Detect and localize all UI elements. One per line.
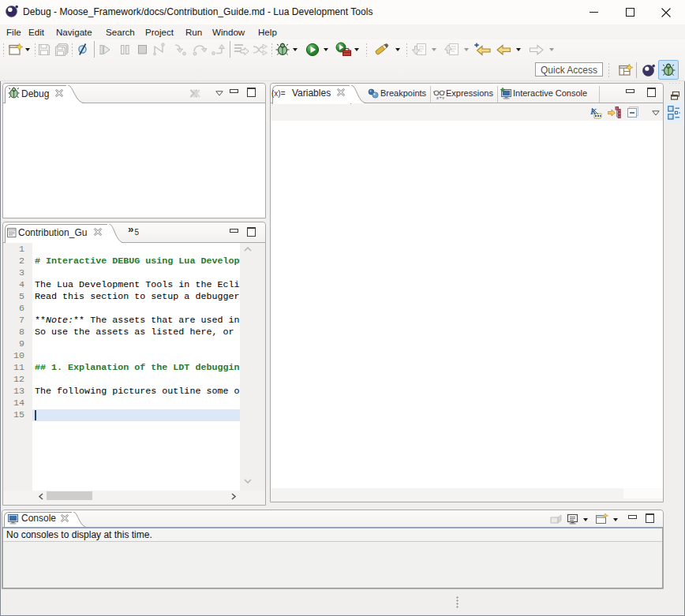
svg-text:K: K xyxy=(590,106,597,116)
svg-text:x+y: x+y xyxy=(436,95,444,100)
